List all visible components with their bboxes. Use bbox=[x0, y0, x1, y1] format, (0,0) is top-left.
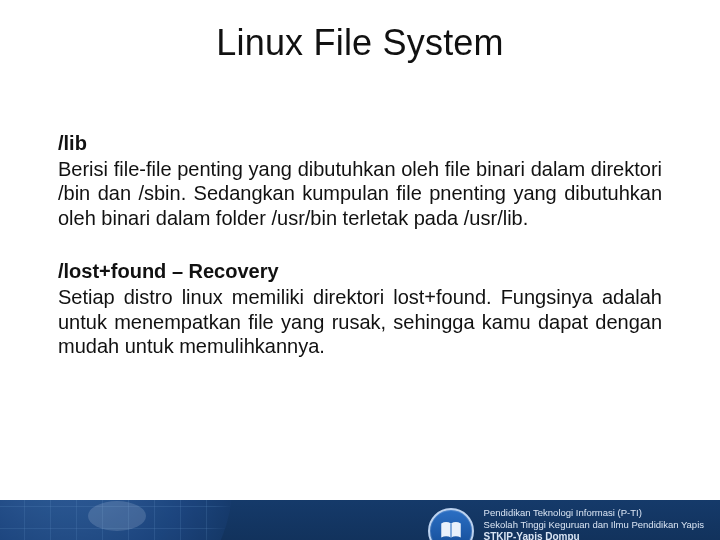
section-lostfound: /lost+found – Recovery Setiap distro lin… bbox=[58, 260, 662, 358]
book-icon bbox=[438, 518, 464, 540]
institution-logo-icon bbox=[428, 508, 474, 540]
slide: Linux File System /lib Berisi file-file … bbox=[0, 22, 720, 540]
footer-line-2: Sekolah Tinggi Keguruan dan Ilmu Pendidi… bbox=[484, 519, 704, 531]
section-lib: /lib Berisi file-file penting yang dibut… bbox=[58, 132, 662, 230]
footer-right: Pendidikan Teknologi Informasi (P-TI) Se… bbox=[428, 500, 704, 540]
slide-footer: Pendidikan Teknologi Informasi (P-TI) Se… bbox=[0, 500, 720, 540]
footer-line-3: STKIP-Yapis Dompu bbox=[484, 531, 704, 540]
slide-title: Linux File System bbox=[0, 22, 720, 64]
section-body: Berisi file-file penting yang dibutuhkan… bbox=[58, 157, 662, 230]
footer-text-block: Pendidikan Teknologi Informasi (P-TI) Se… bbox=[484, 507, 704, 540]
slide-content: /lib Berisi file-file penting yang dibut… bbox=[58, 132, 662, 388]
footer-line-1: Pendidikan Teknologi Informasi (P-TI) bbox=[484, 507, 704, 519]
section-body: Setiap distro linux memiliki direktori l… bbox=[58, 285, 662, 358]
section-heading: /lost+found – Recovery bbox=[58, 260, 662, 283]
section-heading: /lib bbox=[58, 132, 662, 155]
globe-graphic bbox=[0, 500, 232, 540]
